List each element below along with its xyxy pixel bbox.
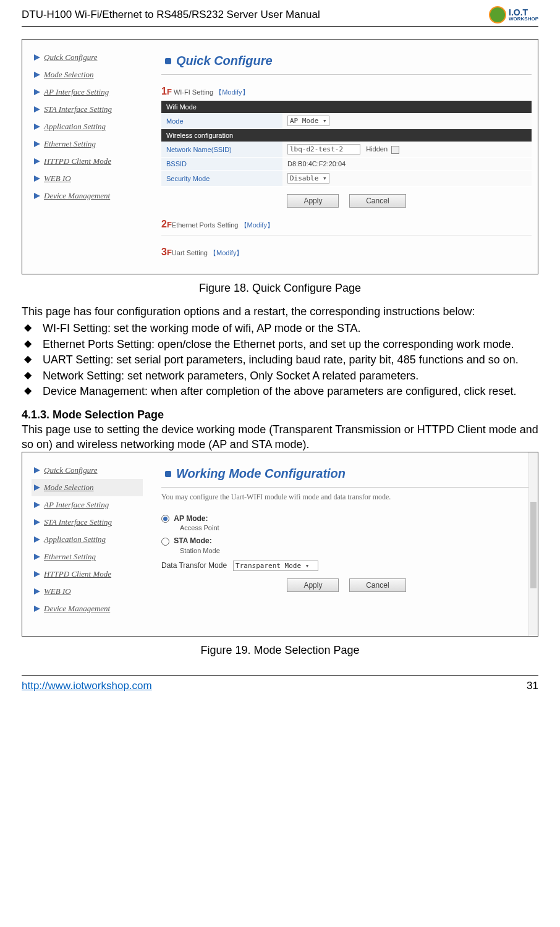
security-label: Security Mode xyxy=(161,171,282,187)
figure-19-screenshot: Quick Configure Mode Selection AP Interf… xyxy=(22,452,538,637)
section-4-1-3-text: This page use to setting the device work… xyxy=(22,423,538,452)
nav-label: HTTPD Client Mode xyxy=(44,569,111,579)
nav-label: STA Interface Setting xyxy=(44,104,112,114)
mode-label: Mode xyxy=(161,113,282,129)
nav-ethernet[interactable]: Ethernet Setting xyxy=(32,548,143,565)
nav-label: Mode Selection xyxy=(44,483,94,493)
list-item: Network Setting: set network parameters,… xyxy=(22,369,538,383)
nav-sidebar: Quick Configure Mode Selection AP Interf… xyxy=(32,462,143,617)
ap-mode-label: AP Mode: xyxy=(174,514,208,523)
arrow-icon xyxy=(34,158,40,164)
modify-link[interactable]: 【Modify】 xyxy=(210,249,243,256)
sta-mode-row[interactable]: STA Mode: xyxy=(161,536,532,545)
logo-text-main: I.O.T xyxy=(509,8,538,17)
wifi-mode-header: Wifi Mode xyxy=(161,101,532,113)
nav-httpd[interactable]: HTTPD Client Mode xyxy=(32,153,143,170)
section-2-label: 2FEthernet Ports Setting 【Modify】 xyxy=(161,219,532,230)
nav-quick-configure[interactable]: Quick Configure xyxy=(32,462,143,479)
arrow-icon xyxy=(34,106,40,112)
nav-label: Ethernet Setting xyxy=(44,139,96,149)
nav-ap-interface[interactable]: AP Interface Setting xyxy=(32,83,143,101)
ssid-input[interactable]: lbq-d2-test-2 xyxy=(287,144,360,154)
nav-device-mgmt[interactable]: Device Management xyxy=(32,187,143,205)
arrow-icon xyxy=(34,89,40,95)
security-select[interactable]: Disable xyxy=(287,173,329,184)
sta-mode-label: STA Mode: xyxy=(174,536,211,545)
nav-label: Device Management xyxy=(44,191,110,201)
ap-radio[interactable] xyxy=(161,515,169,523)
logo-text-sub: WORKSHOP xyxy=(509,17,538,22)
data-transfer-row: Data Transfor Mode Transparent Mode xyxy=(161,561,532,571)
panel-title-text: Working Mode Configuration xyxy=(176,467,346,481)
nav-application[interactable]: Application Setting xyxy=(32,531,143,548)
nav-label: Device Management xyxy=(44,604,110,614)
apply-button[interactable]: Apply xyxy=(287,578,339,592)
section-4-1-3-heading: 4.1.3. Mode Selection Page xyxy=(22,408,538,421)
arrow-icon xyxy=(34,519,40,525)
body-intro: This page has four configuration options… xyxy=(22,305,538,319)
nav-label: AP Interface Setting xyxy=(44,500,109,510)
ap-mode-row[interactable]: AP Mode: xyxy=(161,514,532,523)
square-icon xyxy=(165,58,171,64)
dt-select[interactable]: Transparent Mode xyxy=(233,561,318,571)
scrollbar[interactable] xyxy=(528,452,538,636)
modify-link[interactable]: 【Modify】 xyxy=(215,88,248,96)
mode-select[interactable]: AP Mode xyxy=(287,116,329,126)
apply-button[interactable]: Apply xyxy=(287,194,339,208)
page-number: 31 xyxy=(527,680,538,692)
nav-application[interactable]: Application Setting xyxy=(32,118,143,135)
arrow-icon xyxy=(34,467,40,473)
nav-label: WEB IO xyxy=(44,586,71,596)
nav-label: HTTPD Client Mode xyxy=(44,156,111,166)
wireless-config-header: Wireless configuration xyxy=(161,129,532,142)
nav-label: Mode Selection xyxy=(44,70,94,80)
nav-sta-interface[interactable]: STA Interface Setting xyxy=(32,101,143,118)
nav-web-io[interactable]: WEB IO xyxy=(32,583,143,600)
nav-httpd[interactable]: HTTPD Client Mode xyxy=(32,565,143,583)
arrow-icon xyxy=(34,554,40,560)
footer-url[interactable]: http://www.iotworkshop.com xyxy=(22,680,152,692)
modify-link[interactable]: 【Modify】 xyxy=(240,221,274,229)
arrow-icon xyxy=(34,588,40,595)
page-header: DTU-H100 Wi-Fi/Ethernet to RS485/RS232 S… xyxy=(22,6,538,27)
nav-mode-selection[interactable]: Mode Selection xyxy=(32,479,143,496)
arrow-icon xyxy=(34,141,40,147)
working-mode-panel: Working Mode Configuration You may confi… xyxy=(161,462,538,617)
nav-device-mgmt[interactable]: Device Management xyxy=(32,600,143,617)
hidden-label: Hidden xyxy=(366,145,388,153)
arrow-icon xyxy=(34,571,40,577)
nav-ap-interface[interactable]: AP Interface Setting xyxy=(32,496,143,514)
nav-label: AP Interface Setting xyxy=(44,87,109,97)
dt-label: Data Transfor Mode xyxy=(161,561,227,570)
panel-title: Working Mode Configuration xyxy=(161,462,532,488)
sta-mode-sub: Station Mode xyxy=(180,547,532,554)
nav-quick-configure[interactable]: Quick Configure xyxy=(32,49,143,66)
sta-radio[interactable] xyxy=(161,538,169,546)
square-icon xyxy=(165,471,171,477)
nav-label: Application Setting xyxy=(44,122,106,132)
nav-web-io[interactable]: WEB IO xyxy=(32,170,143,187)
arrow-icon xyxy=(34,124,40,130)
nav-mode-selection[interactable]: Mode Selection xyxy=(32,66,143,83)
ap-mode-sub: Access Point xyxy=(180,524,532,531)
nav-label: Ethernet Setting xyxy=(44,552,96,562)
figure-18-screenshot: Quick Configure Mode Selection AP Interf… xyxy=(22,39,538,274)
bssid-value: D8:B0:4C:F2:20:04 xyxy=(282,158,532,171)
list-item: Device Management: when after completion… xyxy=(22,384,538,399)
cancel-button[interactable]: Cancel xyxy=(349,578,405,592)
nav-sidebar: Quick Configure Mode Selection AP Interf… xyxy=(32,49,143,261)
section-1-label: 1F WI-FI Setting 【Modify】 xyxy=(161,86,532,97)
doc-title: DTU-H100 Wi-Fi/Ethernet to RS485/RS232 S… xyxy=(22,9,320,21)
cancel-button[interactable]: Cancel xyxy=(349,194,405,208)
arrow-icon xyxy=(34,72,40,78)
scrollbar-thumb[interactable] xyxy=(530,502,537,588)
nav-sta-interface[interactable]: STA Interface Setting xyxy=(32,514,143,531)
nav-ethernet[interactable]: Ethernet Setting xyxy=(32,135,143,153)
nav-label: Quick Configure xyxy=(44,465,98,475)
arrow-icon xyxy=(34,54,40,61)
arrow-icon xyxy=(34,193,40,199)
panel-title-text: Quick Configure xyxy=(176,54,273,68)
ssid-label: Network Name(SSID) xyxy=(161,142,282,158)
arrow-icon xyxy=(34,485,40,491)
hidden-checkbox[interactable] xyxy=(391,146,399,154)
